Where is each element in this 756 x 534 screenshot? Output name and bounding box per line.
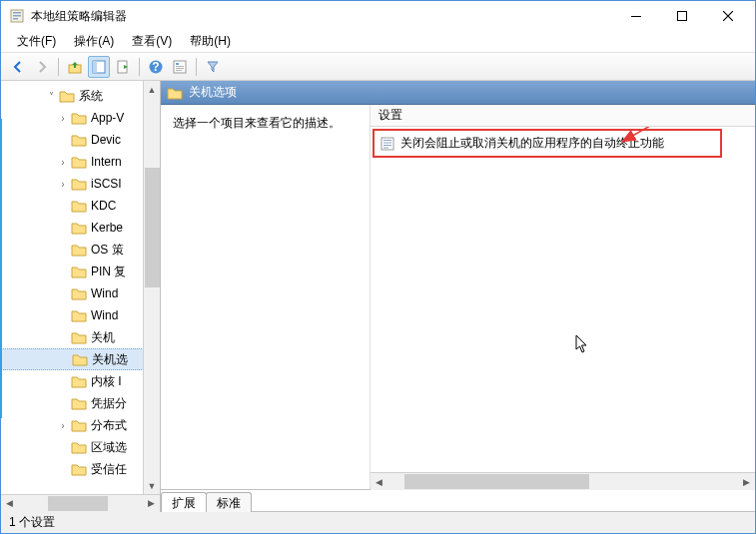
help-button[interactable]: ? bbox=[145, 56, 167, 78]
tree-node[interactable]: KDC bbox=[1, 195, 160, 217]
tree-node[interactable]: Kerbe bbox=[1, 217, 160, 239]
svg-text:?: ? bbox=[152, 60, 159, 74]
scroll-track[interactable] bbox=[387, 473, 738, 490]
tree-scroll[interactable]: ˅ 系统 ›App-VDevic›Intern›iSCSIKDCKerbeOS … bbox=[1, 81, 160, 494]
tree-hscrollbar[interactable]: ◀ ▶ bbox=[1, 494, 160, 511]
menu-action[interactable]: 操作(A) bbox=[66, 31, 122, 52]
window-title: 本地组策略编辑器 bbox=[31, 8, 613, 25]
export-list-button[interactable] bbox=[112, 56, 134, 78]
folder-icon bbox=[71, 308, 87, 322]
tree-node[interactable]: 区域选 bbox=[1, 436, 160, 458]
annotation-arrow bbox=[371, 127, 750, 376]
tree-label: 区域选 bbox=[91, 439, 127, 456]
folder-icon bbox=[167, 86, 183, 100]
tree-node[interactable]: ›分布式 bbox=[1, 414, 160, 436]
tree-label: App-V bbox=[91, 111, 124, 125]
tree-node[interactable]: 关机选 bbox=[1, 348, 160, 370]
list-body[interactable]: 关闭会阻止或取消关机的应用程序的自动终止功能 bbox=[371, 127, 755, 472]
folder-icon bbox=[71, 374, 87, 388]
folder-icon bbox=[71, 418, 87, 432]
scroll-left-button[interactable]: ◀ bbox=[1, 495, 18, 512]
chevron-down-icon[interactable]: ˅ bbox=[45, 91, 57, 102]
menu-file[interactable]: 文件(F) bbox=[9, 31, 64, 52]
svg-rect-20 bbox=[383, 145, 391, 146]
close-button[interactable] bbox=[705, 1, 751, 31]
menu-help[interactable]: 帮助(H) bbox=[182, 31, 239, 52]
show-hide-tree-button[interactable] bbox=[88, 56, 110, 78]
tree-node[interactable]: Wind bbox=[1, 304, 160, 326]
policy-item-highlight[interactable]: 关闭会阻止或取消关机的应用程序的自动终止功能 bbox=[373, 129, 722, 158]
folder-icon bbox=[71, 265, 87, 278]
tree-node[interactable]: 受信任 bbox=[1, 458, 160, 480]
tree-node[interactable]: ›App-V bbox=[1, 107, 160, 129]
tree-label: iSCSI bbox=[91, 177, 122, 191]
scroll-down-button[interactable]: ▼ bbox=[144, 477, 160, 494]
tree-node[interactable]: OS 策 bbox=[1, 239, 160, 261]
description-text: 选择一个项目来查看它的描述。 bbox=[173, 116, 341, 130]
tree-label: KDC bbox=[91, 199, 116, 213]
toolbar-separator bbox=[196, 58, 197, 76]
list-column-header[interactable]: 设置 bbox=[371, 105, 755, 127]
tree-label: PIN 复 bbox=[91, 264, 126, 280]
folder-icon bbox=[71, 133, 87, 147]
folder-icon bbox=[71, 396, 87, 410]
tree-label: OS 策 bbox=[91, 242, 124, 259]
chevron-right-icon[interactable]: › bbox=[57, 179, 69, 190]
tree-node[interactable]: 内核 I bbox=[1, 370, 160, 392]
statusbar-text: 1 个设置 bbox=[9, 514, 55, 531]
tree-node[interactable]: PIN 复 bbox=[1, 261, 160, 282]
list-column: 设置 关闭会阻止或取消关机的应用程序的自动终止功能 bbox=[371, 105, 755, 489]
scroll-thumb[interactable] bbox=[145, 168, 160, 287]
tree-label: Intern bbox=[91, 155, 122, 169]
policy-item-label: 关闭会阻止或取消关机的应用程序的自动终止功能 bbox=[400, 135, 664, 152]
tree-node[interactable]: Wind bbox=[1, 282, 160, 304]
folder-icon bbox=[71, 111, 87, 125]
policy-icon bbox=[380, 137, 394, 151]
tree-node[interactable]: 凭据分 bbox=[1, 392, 160, 414]
svg-rect-18 bbox=[383, 140, 391, 141]
tree-label: 凭据分 bbox=[91, 395, 127, 412]
tree-label: 内核 I bbox=[91, 373, 122, 390]
svg-rect-14 bbox=[176, 66, 184, 67]
scroll-thumb[interactable] bbox=[48, 496, 108, 511]
menu-view[interactable]: 查看(V) bbox=[124, 31, 180, 52]
folder-icon bbox=[71, 177, 87, 191]
folder-icon bbox=[71, 440, 87, 454]
tree-node[interactable]: 关机 bbox=[1, 326, 160, 348]
tree-node[interactable]: ›Intern bbox=[1, 151, 160, 173]
tree-label: Wind bbox=[91, 286, 118, 300]
chevron-right-icon[interactable]: › bbox=[57, 113, 69, 124]
content-hscrollbar[interactable]: ◀ ▶ bbox=[371, 472, 755, 489]
scroll-right-button[interactable]: ▶ bbox=[738, 473, 755, 490]
scroll-left-button[interactable]: ◀ bbox=[371, 473, 387, 490]
scroll-right-button[interactable]: ▶ bbox=[143, 495, 160, 512]
forward-button[interactable] bbox=[31, 56, 53, 78]
tree-node[interactable]: ›iSCSI bbox=[1, 173, 160, 195]
filter-button[interactable] bbox=[202, 56, 224, 78]
tree-node-system[interactable]: ˅ 系统 bbox=[1, 85, 160, 107]
svg-rect-3 bbox=[13, 18, 18, 20]
chevron-right-icon[interactable]: › bbox=[57, 157, 69, 168]
back-button[interactable] bbox=[7, 56, 29, 78]
scroll-track[interactable] bbox=[144, 98, 160, 477]
tab-standard[interactable]: 标准 bbox=[206, 492, 252, 512]
properties-button[interactable] bbox=[169, 56, 191, 78]
chevron-right-icon[interactable]: › bbox=[57, 420, 69, 431]
folder-icon bbox=[71, 286, 87, 300]
up-folder-button[interactable] bbox=[64, 56, 86, 78]
tree-vscrollbar[interactable]: ▲ ▼ bbox=[143, 81, 160, 494]
tree-node[interactable]: Devic bbox=[1, 129, 160, 151]
folder-icon bbox=[59, 89, 75, 103]
maximize-button[interactable] bbox=[659, 1, 705, 31]
svg-rect-2 bbox=[13, 15, 21, 17]
svg-rect-4 bbox=[631, 16, 641, 17]
svg-rect-5 bbox=[678, 12, 687, 21]
toolbar-separator bbox=[139, 58, 140, 76]
minimize-button[interactable] bbox=[613, 1, 659, 31]
tab-extended[interactable]: 扩展 bbox=[161, 492, 207, 512]
scroll-up-button[interactable]: ▲ bbox=[144, 81, 160, 98]
titlebar: 本地组策略编辑器 bbox=[1, 1, 755, 31]
body-area: ˅ 系统 ›App-VDevic›Intern›iSCSIKDCKerbeOS … bbox=[1, 81, 755, 511]
scroll-track[interactable] bbox=[18, 495, 143, 512]
scroll-thumb[interactable] bbox=[404, 474, 589, 489]
